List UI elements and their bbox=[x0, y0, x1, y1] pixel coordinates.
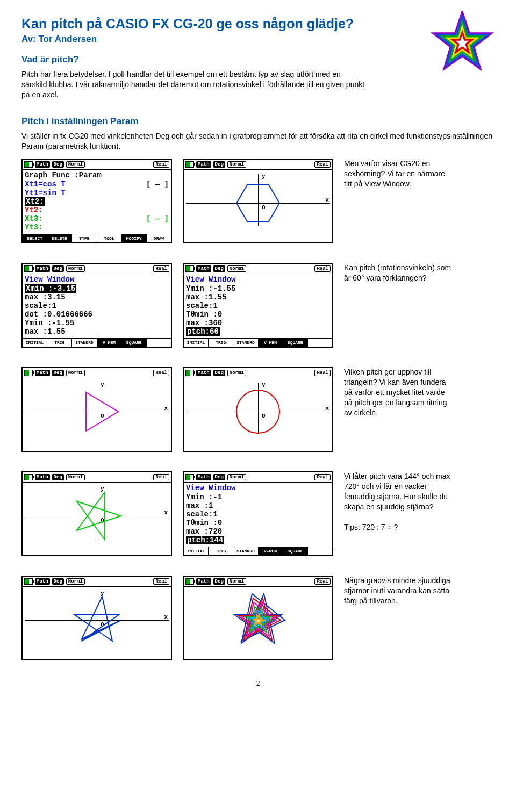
calc-screen-circle: Math Deg Norm1 Real y x O bbox=[183, 367, 333, 452]
svg-marker-5 bbox=[236, 185, 280, 221]
badge-deg: Deg bbox=[213, 370, 225, 376]
figure-row-4: Math Deg Norm1 Real y x O Math Deg Norm1… bbox=[22, 471, 494, 556]
line: scale:1 bbox=[186, 510, 330, 519]
battery-icon bbox=[185, 370, 194, 376]
decorative-star-icon bbox=[430, 11, 494, 75]
badge-math: Math bbox=[35, 578, 50, 585]
fkey[interactable]: TRIG bbox=[47, 339, 72, 347]
calc-screen-vwin-ptch144: Math Deg Norm1 Real View Window Ymin :-1… bbox=[183, 471, 333, 556]
badge-real: Real bbox=[153, 370, 169, 376]
side-note-3: Vilken pitch ger upphov till triangeln? … bbox=[344, 367, 452, 418]
badge-deg: Deg bbox=[52, 474, 64, 480]
badge-real: Real bbox=[314, 474, 331, 480]
calc-screen-hexagon: Math Deg Norm1 Real y x O bbox=[183, 159, 333, 243]
section-body-2: Vi ställer in fx-CG20 med vinkelenheten … bbox=[22, 131, 494, 152]
badge-norm: Norm1 bbox=[66, 161, 85, 168]
battery-icon bbox=[185, 474, 194, 480]
badge-math: Math bbox=[196, 370, 211, 376]
badge-real: Real bbox=[153, 578, 169, 585]
line: Tθmin :0 bbox=[186, 310, 330, 319]
badge-math: Math bbox=[35, 370, 50, 376]
fkey[interactable] bbox=[308, 339, 332, 347]
badge-deg: Deg bbox=[52, 265, 64, 272]
author: Av: Tor Andersen bbox=[22, 34, 494, 45]
fkey[interactable]: SQUARE bbox=[283, 547, 308, 555]
badge-norm: Norm1 bbox=[227, 474, 246, 480]
vw-title: View Window bbox=[25, 275, 169, 284]
fkey[interactable]: DRAW bbox=[147, 234, 171, 242]
line: max :720 bbox=[186, 527, 330, 536]
calc-screen-vwin-ptch60: Math Deg Norm1 Real View Window Ymin :-1… bbox=[183, 263, 333, 348]
battery-icon bbox=[185, 161, 194, 168]
badge-math: Math bbox=[196, 578, 211, 585]
side-note-1: Men varför visar CG20 en sexhörning? Vi … bbox=[344, 159, 452, 189]
badge-norm: Norm1 bbox=[227, 161, 246, 168]
fkey[interactable]: TRIG bbox=[209, 339, 233, 347]
badge-real: Real bbox=[153, 161, 169, 168]
badge-norm: Norm1 bbox=[66, 474, 85, 480]
line: max :1.55 bbox=[25, 327, 169, 336]
xt1v: =cos T bbox=[38, 180, 65, 189]
line: Ymin :-1.55 bbox=[25, 319, 169, 327]
yt2: Yt2: bbox=[25, 206, 169, 214]
fkey[interactable]: DELETE bbox=[47, 234, 72, 242]
fkey[interactable]: INITIAL bbox=[23, 339, 47, 347]
line: max :3.15 bbox=[25, 293, 169, 301]
section-heading-1: Vad är pitch? bbox=[22, 54, 494, 65]
line: max :360 bbox=[186, 319, 330, 327]
line: max :1.55 bbox=[186, 293, 330, 301]
battery-icon bbox=[185, 265, 194, 272]
badge-real: Real bbox=[153, 474, 169, 480]
badge-math: Math bbox=[196, 474, 211, 480]
svg-point-7 bbox=[236, 390, 280, 433]
fkey[interactable] bbox=[308, 547, 332, 555]
badge-deg: Deg bbox=[52, 161, 64, 168]
fkey[interactable]: TYPE bbox=[72, 234, 97, 242]
xt2: Xt2: bbox=[25, 197, 45, 206]
fkey[interactable]: V-MEM bbox=[259, 339, 283, 347]
fkey[interactable]: V-MEM bbox=[259, 547, 283, 555]
section-heading-2: Pitch i inställningen Param bbox=[22, 116, 494, 127]
fkey[interactable]: STANDRD bbox=[72, 339, 97, 347]
badge-deg: Deg bbox=[213, 265, 225, 272]
calc-screen-triangle: Math Deg Norm1 Real y x O bbox=[22, 367, 172, 452]
fkey[interactable]: STANDRD bbox=[233, 547, 258, 555]
line-ptch: ptch:144 bbox=[186, 536, 224, 544]
fkey[interactable]: MODIFY bbox=[122, 234, 147, 242]
fkey[interactable]: INITIAL bbox=[184, 339, 209, 347]
line: Graph Func :Param bbox=[25, 171, 169, 179]
badge-norm: Norm1 bbox=[66, 578, 85, 585]
badge-real: Real bbox=[314, 578, 331, 585]
fkey[interactable]: SQUARE bbox=[122, 339, 147, 347]
line: Ymin :-1.55 bbox=[186, 284, 330, 293]
page-title: Kan pitch på CASIO FX CG-20 ge oss någon… bbox=[22, 16, 494, 32]
battery-icon bbox=[24, 161, 33, 168]
section-body-1: Pitch har flera betydelser. I golf handl… bbox=[22, 69, 366, 100]
calc-screen-star5: Math Deg Norm1 Real y x O bbox=[22, 471, 172, 556]
fkey[interactable]: STANDRD bbox=[233, 339, 258, 347]
yt3: Yt3: bbox=[25, 223, 169, 232]
calc-screen-graph-func: Math Deg Norm1 Real Graph Func :Param Xt… bbox=[22, 159, 172, 243]
battery-icon bbox=[185, 578, 194, 585]
fkey[interactable]: TRIG bbox=[209, 547, 233, 555]
side-note-5: Några gradvis mindre sjuuddiga stjärnor … bbox=[344, 576, 452, 606]
fkey[interactable]: INITIAL bbox=[184, 547, 209, 555]
side-note-2: Kan pitch (rotationsvinkeln) som är 60° … bbox=[344, 263, 452, 283]
battery-icon bbox=[24, 370, 33, 376]
fkey[interactable]: V-MEM bbox=[97, 339, 122, 347]
yt1: Yt1 bbox=[25, 189, 38, 197]
fkey[interactable]: SELECT bbox=[23, 234, 47, 242]
badge-norm: Norm1 bbox=[66, 265, 85, 272]
badge-norm: Norm1 bbox=[227, 578, 246, 585]
figure-row-3: Math Deg Norm1 Real y x O Math Deg Norm1… bbox=[22, 367, 494, 452]
battery-icon bbox=[24, 578, 33, 585]
svg-marker-6 bbox=[86, 392, 118, 431]
calc-screen-vwin-x: Math Deg Norm1 Real View Window Xmin :-3… bbox=[22, 263, 172, 348]
calc-screen-star7: Math Deg Norm1 Real y x O bbox=[22, 576, 172, 660]
line-ptch: ptch:60 bbox=[186, 327, 220, 336]
fkey[interactable]: TOOL bbox=[97, 234, 122, 242]
fkey[interactable]: SQUARE bbox=[283, 339, 308, 347]
fkey[interactable] bbox=[147, 339, 171, 347]
style-mark: [ — ] bbox=[146, 180, 169, 189]
figure-row-2: Math Deg Norm1 Real View Window Xmin :-3… bbox=[22, 263, 494, 348]
